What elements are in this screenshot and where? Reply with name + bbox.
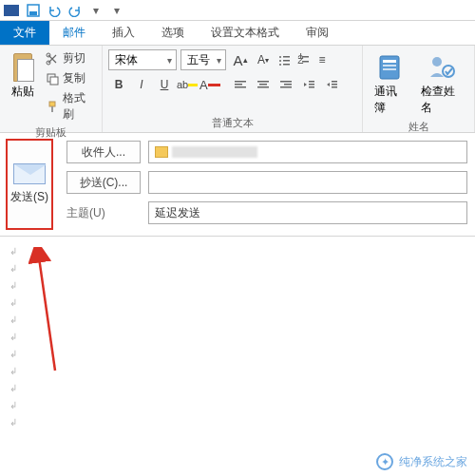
format-painter-button[interactable]: 格式刷 bbox=[44, 89, 96, 124]
send-button[interactable]: 发送(S) bbox=[6, 139, 53, 230]
group-names: 通讯簿 检查姓名 姓名 bbox=[363, 46, 475, 132]
svg-rect-5 bbox=[50, 77, 58, 85]
paragraph-mark bbox=[10, 347, 466, 364]
svg-rect-34 bbox=[383, 60, 396, 63]
font-size-select[interactable]: 五号 bbox=[180, 49, 226, 70]
numbering-button[interactable]: 12 bbox=[294, 49, 312, 70]
contact-icon bbox=[155, 146, 168, 158]
recipient-chip[interactable] bbox=[155, 146, 257, 158]
paste-icon bbox=[10, 51, 36, 82]
bold-button[interactable]: B bbox=[108, 74, 129, 95]
svg-rect-21 bbox=[257, 81, 269, 83]
indent-more-button[interactable] bbox=[321, 74, 342, 95]
compose-header: 发送(S) 收件人... 抄送(C)... 主题(U) 延迟发送 bbox=[0, 133, 475, 237]
save-icon[interactable] bbox=[25, 2, 42, 19]
qat-more-icon[interactable]: ▾ bbox=[108, 2, 125, 19]
cc-button[interactable]: 抄送(C)... bbox=[66, 171, 141, 194]
cut-button[interactable]: 剪切 bbox=[44, 49, 96, 67]
svg-point-8 bbox=[279, 56, 281, 58]
address-book-button[interactable]: 通讯簿 bbox=[369, 49, 411, 118]
tab-format-text[interactable]: 设置文本格式 bbox=[198, 21, 293, 45]
qat-dropdown-icon[interactable]: ▾ bbox=[87, 2, 104, 19]
svg-rect-29 bbox=[309, 86, 314, 88]
recipient-name-blurred bbox=[172, 146, 257, 158]
group-clipboard: 粘贴 剪切 复制 格式刷 剪贴板 bbox=[0, 46, 103, 132]
grow-font-button[interactable]: A▴ bbox=[230, 49, 251, 70]
svg-rect-36 bbox=[383, 68, 396, 70]
to-input[interactable] bbox=[148, 141, 467, 163]
tab-mail[interactable]: 邮件 bbox=[49, 21, 99, 45]
svg-rect-30 bbox=[332, 81, 337, 83]
paragraph-mark bbox=[10, 295, 466, 313]
send-label: 发送(S) bbox=[10, 190, 48, 205]
scissors-icon bbox=[46, 52, 59, 66]
align-right-button[interactable] bbox=[276, 74, 296, 95]
svg-rect-22 bbox=[259, 84, 267, 86]
undo-icon[interactable] bbox=[46, 2, 63, 19]
svg-rect-18 bbox=[235, 81, 246, 83]
tab-review[interactable]: 审阅 bbox=[293, 21, 342, 45]
paragraph-mark bbox=[10, 364, 466, 381]
app-icon bbox=[4, 5, 19, 16]
check-names-icon bbox=[427, 51, 457, 82]
tab-file[interactable]: 文件 bbox=[0, 21, 49, 45]
address-book-icon bbox=[375, 51, 406, 82]
font-color-button[interactable]: A bbox=[200, 74, 220, 95]
title-bar: ▾ ▾ bbox=[0, 0, 475, 21]
shrink-font-button[interactable]: A▾ bbox=[253, 49, 274, 70]
cc-input[interactable] bbox=[148, 171, 467, 194]
tab-options[interactable]: 选项 bbox=[148, 21, 198, 45]
to-button[interactable]: 收件人... bbox=[66, 141, 141, 163]
svg-rect-20 bbox=[235, 86, 246, 88]
message-body[interactable] bbox=[0, 237, 475, 440]
svg-rect-28 bbox=[309, 84, 314, 86]
paragraph-mark bbox=[10, 313, 466, 330]
subject-input[interactable]: 延迟发送 bbox=[148, 201, 467, 224]
underline-button[interactable]: U bbox=[154, 74, 175, 95]
svg-rect-11 bbox=[283, 60, 290, 62]
paste-label: 粘贴 bbox=[11, 84, 34, 100]
svg-rect-25 bbox=[284, 84, 292, 86]
bullets-button[interactable] bbox=[276, 49, 293, 70]
svg-point-38 bbox=[443, 66, 454, 77]
tab-insert[interactable]: 插入 bbox=[99, 21, 148, 45]
svg-rect-24 bbox=[280, 81, 292, 83]
svg-rect-1 bbox=[29, 11, 37, 15]
indent-less-button[interactable] bbox=[298, 74, 319, 95]
paragraph-mark bbox=[10, 330, 466, 347]
svg-rect-23 bbox=[257, 86, 269, 88]
svg-point-10 bbox=[279, 60, 281, 62]
redo-icon[interactable] bbox=[66, 2, 84, 19]
group-label-names: 姓名 bbox=[369, 118, 468, 134]
quick-access-toolbar: ▾ ▾ bbox=[25, 2, 125, 19]
paragraph-mark bbox=[10, 278, 466, 295]
font-name-select[interactable]: 宋体 bbox=[108, 49, 177, 70]
svg-rect-6 bbox=[49, 102, 55, 106]
copy-icon bbox=[46, 72, 59, 86]
ribbon: 粘贴 剪切 复制 格式刷 剪贴板 宋体 五号 A▴ A▾ 12 ≡ bbox=[0, 46, 475, 133]
svg-rect-26 bbox=[280, 86, 292, 88]
svg-point-12 bbox=[279, 64, 281, 66]
paste-button[interactable]: 粘贴 bbox=[6, 49, 40, 102]
align-left-button[interactable] bbox=[230, 74, 251, 95]
svg-rect-27 bbox=[309, 81, 314, 83]
line-spacing-button[interactable]: ≡ bbox=[314, 49, 331, 70]
ribbon-tabs: 文件 邮件 插入 选项 设置文本格式 审阅 bbox=[0, 21, 475, 46]
group-label-font: 普通文本 bbox=[108, 114, 356, 130]
paragraph-mark bbox=[10, 415, 466, 432]
svg-rect-13 bbox=[283, 64, 290, 66]
svg-rect-32 bbox=[332, 86, 337, 88]
svg-rect-9 bbox=[283, 56, 290, 58]
svg-rect-35 bbox=[383, 65, 396, 67]
check-names-button[interactable]: 检查姓名 bbox=[415, 49, 468, 118]
watermark: ✦ 纯净系统之家 bbox=[376, 453, 467, 470]
paragraph-mark bbox=[10, 381, 466, 398]
svg-rect-33 bbox=[380, 56, 399, 79]
align-center-button[interactable] bbox=[253, 74, 274, 95]
svg-rect-31 bbox=[332, 84, 337, 86]
watermark-text: 纯净系统之家 bbox=[399, 454, 467, 470]
copy-button[interactable]: 复制 bbox=[44, 69, 96, 87]
subject-label: 主题(U) bbox=[66, 205, 141, 221]
italic-button[interactable]: I bbox=[131, 74, 152, 95]
highlight-button[interactable]: ab bbox=[177, 74, 198, 95]
